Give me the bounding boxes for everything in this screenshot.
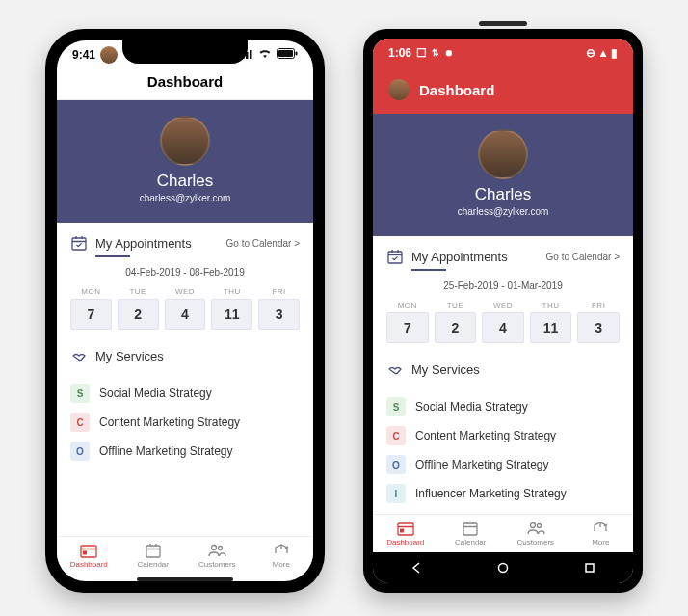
ios-titlebar: Dashboard: [57, 67, 313, 100]
handshake-icon: [70, 347, 88, 364]
dashboard-icon: [80, 543, 97, 558]
svg-rect-26: [400, 529, 404, 533]
service-item[interactable]: CContent Marketing Strategy: [386, 426, 620, 445]
service-item[interactable]: SSocial Media Strategy: [70, 384, 300, 403]
service-item[interactable]: OOffline Marketing Strategy: [70, 442, 300, 461]
recents-key[interactable]: [582, 560, 597, 576]
svg-rect-14: [146, 546, 160, 557]
tab-more[interactable]: More: [250, 537, 314, 575]
service-name: Offline Marketing Strategy: [415, 458, 549, 471]
day-cell[interactable]: THU11: [211, 287, 252, 330]
dashboard-icon: [397, 521, 414, 536]
day-cell[interactable]: FRI3: [258, 287, 300, 330]
service-badge: O: [70, 442, 90, 461]
svg-rect-6: [296, 52, 298, 56]
back-key[interactable]: [409, 560, 424, 576]
content-area: My Appointments Go to Calendar > 04-Feb-…: [57, 223, 313, 536]
tab-label: Customers: [516, 538, 554, 547]
user-email: charless@zylker.com: [57, 193, 313, 203]
page-title: Dashboard: [147, 73, 223, 90]
avatar[interactable]: [478, 129, 528, 179]
section-underline: [95, 255, 130, 257]
tab-calendar[interactable]: Calendar: [438, 515, 504, 552]
svg-point-19: [219, 547, 223, 550]
date-range: 25-Feb-2019 - 01-Mar-2019: [386, 281, 620, 291]
home-indicator[interactable]: [137, 577, 233, 581]
services-list: SSocial Media StrategyCContent Marketing…: [386, 397, 620, 503]
appointments-header: My Appointments Go to Calendar >: [70, 234, 300, 252]
day-label: MON: [386, 301, 429, 309]
day-label: FRI: [577, 301, 620, 309]
day-cell[interactable]: MON7: [386, 301, 429, 343]
day-cell[interactable]: MON7: [70, 287, 112, 330]
day-count: 11: [530, 312, 572, 343]
avatar[interactable]: [160, 116, 210, 166]
svg-rect-27: [463, 523, 477, 535]
day-cell[interactable]: THU11: [530, 301, 572, 343]
section-underline: [411, 269, 446, 271]
tab-dashboard[interactable]: Dashboard: [57, 537, 121, 575]
home-key[interactable]: [495, 560, 511, 576]
calendar-check-icon: [70, 234, 88, 252]
day-label: WED: [482, 301, 524, 309]
content-area: My Appointments Go to Calendar > 25-Feb-…: [373, 236, 633, 514]
tab-dashboard[interactable]: Dashboard: [373, 515, 438, 552]
day-cell[interactable]: WED4: [165, 287, 206, 330]
service-badge: S: [386, 397, 406, 416]
android-screen: 1:06 ☐ ⇅ ⏺ ⊖ ▴ ▮ Dashboard Charles charl…: [373, 39, 633, 583]
svg-rect-5: [278, 50, 293, 57]
day-label: WED: [165, 287, 206, 296]
calendar-icon: [462, 521, 479, 536]
day-count: 11: [211, 299, 252, 330]
service-name: Content Marketing Strategy: [415, 429, 556, 442]
services-title: My Services: [411, 362, 620, 377]
service-name: Social Media Strategy: [415, 400, 528, 414]
svg-point-32: [537, 524, 541, 528]
customers-icon: [207, 543, 226, 558]
day-cell[interactable]: FRI3: [577, 301, 620, 343]
battery-icon: ▮: [611, 46, 618, 60]
network-icon: ⇅: [432, 48, 439, 58]
days-row: MON7TUE2WED4THU11FRI3: [386, 301, 620, 343]
services-header: My Services: [386, 361, 620, 378]
service-item[interactable]: OOffline Marketing Strategy: [386, 455, 620, 474]
status-time: 9:41: [72, 48, 95, 62]
speaker-slot: [479, 21, 527, 26]
calendar-icon: [145, 543, 162, 558]
svg-point-31: [530, 523, 535, 528]
go-to-calendar-link[interactable]: Go to Calendar >: [226, 238, 300, 249]
date-range: 04-Feb-2019 - 08-Feb-2019: [70, 267, 300, 278]
go-to-calendar-link[interactable]: Go to Calendar >: [546, 252, 620, 262]
hero-card: Charles charless@zylker.com: [373, 114, 633, 236]
day-label: MON: [70, 287, 112, 296]
tab-label: More: [273, 560, 290, 569]
tab-more[interactable]: More: [569, 515, 634, 552]
day-cell[interactable]: TUE2: [118, 287, 159, 330]
service-badge: C: [386, 426, 406, 445]
appointments-header: My Appointments Go to Calendar >: [386, 248, 620, 265]
service-name: Offline Marketing Strategy: [99, 444, 233, 458]
day-cell[interactable]: WED4: [482, 301, 524, 343]
tab-bar: DashboardCalendarCustomersMore: [57, 536, 313, 575]
service-badge: O: [386, 455, 406, 474]
day-count: 3: [258, 299, 300, 330]
service-badge: I: [386, 484, 406, 503]
more-icon: [592, 521, 609, 536]
status-time: 1:06: [388, 46, 411, 60]
day-cell[interactable]: TUE2: [435, 301, 477, 343]
avatar-mini[interactable]: [388, 79, 410, 100]
tab-customers[interactable]: Customers: [185, 537, 250, 575]
service-item[interactable]: SSocial Media Strategy: [386, 397, 620, 416]
day-count: 7: [386, 312, 429, 343]
svg-rect-34: [586, 564, 594, 572]
tab-customers[interactable]: Customers: [503, 515, 569, 552]
service-item[interactable]: CContent Marketing Strategy: [70, 413, 300, 432]
tab-calendar[interactable]: Calendar: [121, 537, 186, 575]
service-item[interactable]: IInfluencer Marketing Strategy: [386, 484, 620, 503]
service-name: Social Media Strategy: [99, 387, 212, 400]
day-count: 7: [70, 299, 112, 330]
service-name: Influencer Marketing Strategy: [415, 487, 567, 500]
day-count: 3: [577, 312, 620, 343]
calendar-check-icon: [386, 248, 404, 265]
service-badge: C: [70, 413, 90, 432]
